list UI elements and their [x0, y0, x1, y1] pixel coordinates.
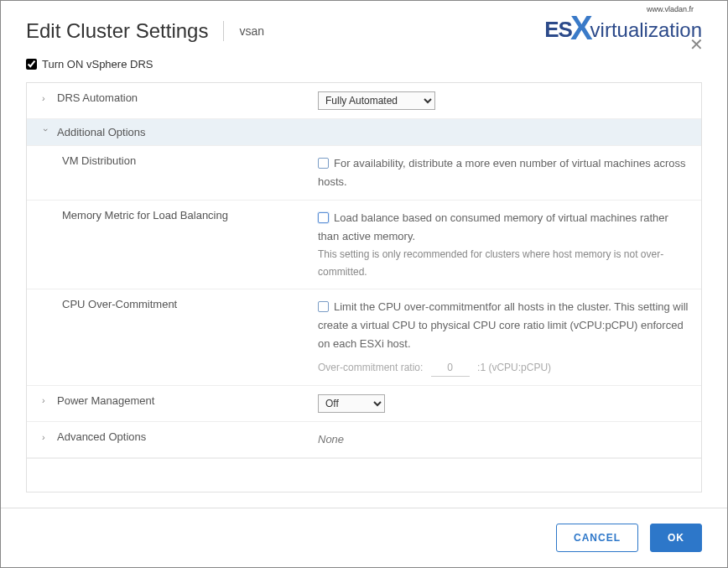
cpu-overcommit-row: CPU Over-Commitment Limit the CPU over-c…: [27, 289, 701, 386]
cluster-name: vsan: [239, 24, 264, 38]
drs-toggle-row: Turn ON vSphere DRS: [26, 58, 702, 70]
advanced-options-label: Advanced Options: [57, 430, 146, 443]
drs-enable-label: Turn ON vSphere DRS: [42, 58, 153, 70]
close-icon[interactable]: ✕: [689, 34, 704, 55]
divider: [223, 21, 224, 41]
memory-metric-checkbox[interactable]: [318, 212, 329, 223]
dialog-content: Turn ON vSphere DRS › DRS Automation Ful…: [1, 58, 727, 508]
chevron-right-icon: ›: [42, 93, 50, 103]
cpu-overcommit-desc: Limit the CPU over-commitmentfor all hos…: [318, 300, 688, 350]
power-mgmt-select[interactable]: Off: [318, 394, 385, 413]
memory-metric-hint: This setting is only recommended for clu…: [318, 246, 691, 280]
settings-panel: › DRS Automation Fully Automated › Addit…: [26, 82, 702, 492]
drs-automation-row[interactable]: › DRS Automation Fully Automated: [27, 83, 701, 119]
ok-button[interactable]: OK: [650, 524, 702, 552]
vm-distribution-row: VM Distribution For availability, distri…: [27, 146, 701, 201]
ratio-suffix: :1 (vCPU:pCPU): [477, 362, 551, 373]
power-mgmt-label: Power Management: [57, 394, 154, 407]
dialog-header: Edit Cluster Settings vsan www.vladan.fr…: [1, 1, 727, 58]
vm-distribution-label: VM Distribution: [62, 154, 136, 167]
ratio-label: Over-commitment ratio:: [318, 362, 423, 373]
advanced-options-row[interactable]: › Advanced Options None: [27, 422, 701, 458]
cpu-overcommit-label: CPU Over-Commitment: [62, 298, 177, 310]
ratio-input[interactable]: 0: [431, 359, 470, 377]
additional-options-header[interactable]: › Additional Options: [27, 119, 701, 146]
chevron-down-icon: ›: [41, 128, 51, 137]
memory-metric-desc: Load balance based on consumed memory of…: [318, 211, 668, 242]
dialog-footer: CANCEL OK: [1, 508, 727, 567]
cpu-overcommit-checkbox[interactable]: [318, 301, 329, 312]
advanced-options-value: None: [318, 433, 344, 446]
brand-x: X: [570, 14, 592, 41]
drs-automation-select[interactable]: Fully Automated: [318, 91, 435, 110]
chevron-right-icon: ›: [42, 432, 50, 442]
panel-spacer: [27, 458, 701, 492]
page-title: Edit Cluster Settings: [26, 19, 208, 43]
drs-automation-label: DRS Automation: [57, 91, 138, 104]
ratio-row: Over-commitment ratio: 0 :1 (vCPU:pCPU): [318, 359, 691, 377]
vm-distribution-checkbox[interactable]: [318, 158, 329, 169]
chevron-right-icon: ›: [42, 395, 50, 405]
cancel-button[interactable]: CANCEL: [556, 524, 638, 552]
memory-metric-label: Memory Metric for Load Balancing: [62, 209, 228, 221]
brand-logo: www.vladan.fr ESXvirtualization: [544, 5, 702, 43]
memory-metric-row: Memory Metric for Load Balancing Load ba…: [27, 201, 701, 289]
vm-distribution-desc: For availability, distribute a more even…: [318, 157, 686, 188]
additional-options-label: Additional Options: [57, 126, 146, 138]
brand-logo-text: ESXvirtualization: [544, 12, 702, 43]
drs-enable-checkbox[interactable]: [26, 59, 37, 70]
power-mgmt-row[interactable]: › Power Management Off: [27, 386, 701, 422]
